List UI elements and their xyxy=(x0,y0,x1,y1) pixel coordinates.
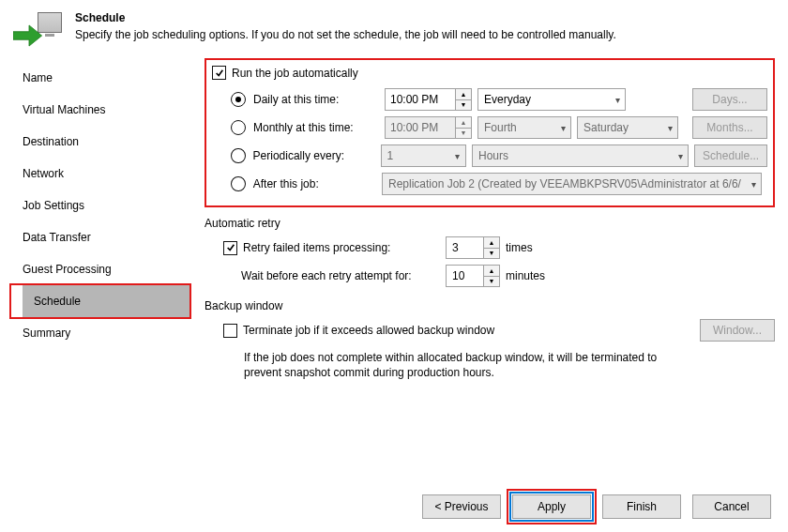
schedule-panel: Run the job automatically Daily at this … xyxy=(195,58,780,499)
monthly-weekday-select[interactable]: Saturday▾ xyxy=(577,116,678,139)
wizard-header: Schedule Specify the job scheduling opti… xyxy=(8,0,780,58)
sidebar-item-schedule[interactable]: Schedule xyxy=(11,285,189,317)
retry-wait-unit: minutes xyxy=(506,269,545,282)
retry-label: Retry failed items processing: xyxy=(243,241,440,254)
retry-times-unit: times xyxy=(506,241,533,254)
monthly-time-input[interactable]: 10:00 PM ▲▼ xyxy=(385,116,472,139)
chevron-down-icon: ▾ xyxy=(662,123,677,133)
retry-row: Retry failed items processing: 3 ▲▼ time… xyxy=(223,234,775,262)
sidebar-item-virtual-machines[interactable]: Virtual Machines xyxy=(11,94,189,126)
wizard-footer: < Previous Apply Finish Cancel xyxy=(422,494,771,519)
daily-radio[interactable] xyxy=(231,92,246,107)
wizard-steps-sidebar: Name Virtual Machines Destination Networ… xyxy=(8,58,195,499)
periodic-unit-select[interactable]: Hours▾ xyxy=(472,144,689,167)
monthly-row: Monthly at this time: 10:00 PM ▲▼ Fourth… xyxy=(231,114,767,142)
previous-button[interactable]: < Previous xyxy=(422,494,501,519)
schedule-icon xyxy=(13,9,66,54)
retry-wait-row: Wait before each retry attempt for: 10 ▲… xyxy=(223,262,775,290)
spinner-icon[interactable]: ▲▼ xyxy=(455,89,471,110)
after-job-row: After this job: Replication Job 2 (Creat… xyxy=(231,170,767,198)
cancel-button[interactable]: Cancel xyxy=(692,494,771,519)
days-button[interactable]: Days... xyxy=(692,88,767,111)
daily-recurrence-select[interactable]: Everyday▾ xyxy=(477,88,626,111)
monthly-label: Monthly at this time: xyxy=(253,121,385,134)
retry-times-input[interactable]: 3 ▲▼ xyxy=(446,236,500,259)
monthly-radio[interactable] xyxy=(231,120,246,135)
run-automatically-checkbox[interactable] xyxy=(212,66,226,80)
apply-button-wrap: Apply xyxy=(512,494,591,519)
chevron-down-icon: ▾ xyxy=(610,95,625,105)
daily-time-input[interactable]: 10:00 PM ▲▼ xyxy=(385,88,472,111)
sidebar-item-job-settings[interactable]: Job Settings xyxy=(11,190,189,221)
chevron-down-icon: ▾ xyxy=(555,123,570,133)
periodic-value-select[interactable]: 1▾ xyxy=(381,144,466,167)
page-description: Specify the job scheduling options. If y… xyxy=(75,28,616,41)
retry-checkbox[interactable] xyxy=(223,241,237,255)
periodic-radio[interactable] xyxy=(231,148,246,163)
periodic-schedule-button[interactable]: Schedule... xyxy=(694,144,767,167)
chevron-down-icon: ▾ xyxy=(673,151,688,161)
backup-window-help: If the job does not complete within allo… xyxy=(244,350,694,380)
periodic-row: Periodically every: 1▾ Hours▾ Schedule..… xyxy=(231,142,767,170)
chevron-down-icon: ▾ xyxy=(746,179,761,190)
terminate-label: Terminate job if it exceeds allowed back… xyxy=(243,324,494,337)
terminate-checkbox[interactable] xyxy=(223,324,237,338)
after-job-label: After this job: xyxy=(253,177,382,190)
daily-row: Daily at this time: 10:00 PM ▲▼ Everyday… xyxy=(231,85,767,114)
run-automatically-group: Run the job automatically Daily at this … xyxy=(205,58,775,207)
window-button[interactable]: Window... xyxy=(700,319,775,342)
sidebar-item-destination[interactable]: Destination xyxy=(11,126,189,158)
run-automatically-label: Run the job automatically xyxy=(232,67,358,80)
monthly-ordinal-select[interactable]: Fourth▾ xyxy=(477,116,571,139)
daily-label: Daily at this time: xyxy=(253,93,385,106)
spinner-icon[interactable]: ▲▼ xyxy=(483,266,499,286)
backup-window-title: Backup window xyxy=(205,299,775,312)
after-job-select[interactable]: Replication Job 2 (Created by VEEAMBKPSR… xyxy=(382,173,762,195)
wizard-window: Schedule Specify the job scheduling opti… xyxy=(0,0,788,532)
retry-wait-input[interactable]: 10 ▲▼ xyxy=(446,265,500,287)
page-title: Schedule xyxy=(75,11,616,24)
months-button[interactable]: Months... xyxy=(692,116,767,139)
automatic-retry-title: Automatic retry xyxy=(205,217,775,230)
after-job-radio[interactable] xyxy=(231,176,246,191)
sidebar-item-guest-processing[interactable]: Guest Processing xyxy=(11,253,189,285)
sidebar-item-name[interactable]: Name xyxy=(11,62,189,94)
periodic-label: Periodically every: xyxy=(253,149,381,162)
spinner-icon[interactable]: ▲▼ xyxy=(455,117,471,138)
backup-window-row: Terminate job if it exceeds allowed back… xyxy=(223,316,775,344)
sidebar-item-summary[interactable]: Summary xyxy=(11,317,189,349)
sidebar-item-network[interactable]: Network xyxy=(11,158,189,190)
chevron-down-icon: ▾ xyxy=(450,151,465,161)
retry-wait-label: Wait before each retry attempt for: xyxy=(241,269,440,282)
spinner-icon[interactable]: ▲▼ xyxy=(483,237,499,258)
sidebar-item-data-transfer[interactable]: Data Transfer xyxy=(11,221,189,253)
finish-button[interactable]: Finish xyxy=(602,494,681,519)
